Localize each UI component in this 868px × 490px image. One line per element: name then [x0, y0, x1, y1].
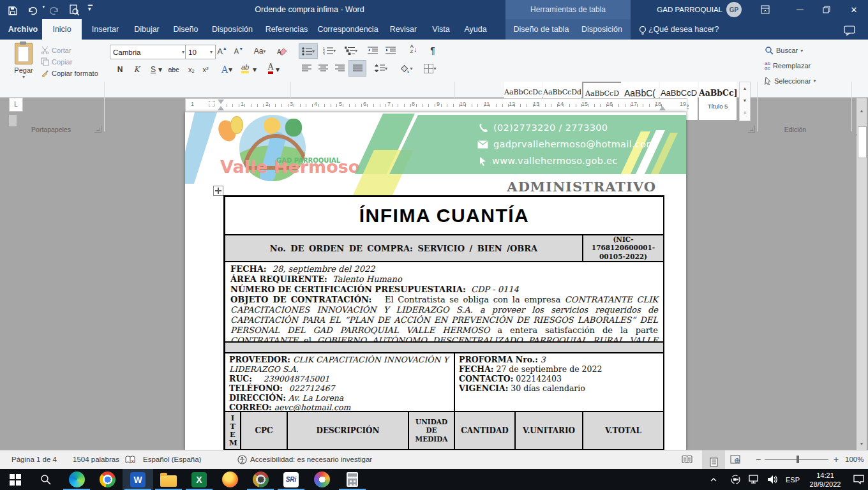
justify-button[interactable]	[348, 60, 366, 77]
table-column-marker[interactable]	[209, 101, 215, 107]
tab-ayuda[interactable]: Ayuda	[460, 19, 491, 40]
line-spacing-button[interactable]: ▾	[371, 61, 391, 75]
accessibility-status[interactable]: Accesibilidad: es necesario investigar	[250, 450, 372, 469]
taskbar-search[interactable]	[31, 469, 61, 490]
highlight-button[interactable]: ab	[237, 61, 253, 75]
horizontal-ruler[interactable]: 1 1 2 3 4 5 6 7 8 9 10 11 12 13 14 15 16…	[185, 98, 687, 112]
paste-button[interactable]: Pegar ▾	[9, 43, 38, 80]
print-preview-icon[interactable]	[69, 4, 80, 16]
zoom-in-button[interactable]: +	[834, 450, 839, 469]
highlight-chevron[interactable]: ▾	[251, 63, 258, 77]
bold-button[interactable]: N	[112, 63, 128, 77]
taskbar-edge[interactable]	[61, 469, 92, 490]
format-painter-button[interactable]: Copiar formato	[41, 69, 98, 77]
zoom-out-button[interactable]: −	[756, 450, 761, 469]
restore-button[interactable]	[813, 0, 840, 19]
tab-archivo[interactable]: Archivo	[8, 19, 38, 40]
grow-font-button[interactable]: A▲	[214, 44, 230, 58]
clipboard-dialog-launcher[interactable]	[94, 126, 101, 133]
font-name-combobox[interactable]: Cambria▾	[110, 45, 188, 59]
tab-diseno-de-tabla[interactable]: Diseño de tabla	[508, 19, 574, 40]
numbering-button[interactable]: 123▾	[320, 43, 338, 57]
zoom-slider-thumb[interactable]	[797, 456, 799, 463]
taskbar-word[interactable]: W	[123, 469, 153, 490]
ribbon-display-options-icon[interactable]	[752, 0, 779, 19]
vertical-scrollbar[interactable]: ▲ ▼	[857, 98, 867, 450]
taskbar-sri[interactable]: SRi	[276, 469, 306, 490]
tray-network-icon[interactable]	[745, 469, 763, 490]
copy-button[interactable]: Copiar	[41, 57, 72, 66]
web-layout-icon[interactable]	[730, 455, 740, 465]
close-button[interactable]: ✕	[840, 0, 868, 19]
cut-button[interactable]: Cortar	[41, 46, 71, 54]
taskbar-paint[interactable]	[306, 469, 337, 490]
taskbar-calculator[interactable]	[337, 469, 368, 490]
read-mode-icon[interactable]	[682, 455, 692, 465]
pilcrow-button[interactable]: ¶	[425, 43, 440, 57]
clear-formatting-button[interactable]: A	[274, 44, 290, 58]
first-line-indent-marker[interactable]	[218, 100, 224, 104]
multilevel-list-button[interactable]: ▾	[342, 43, 360, 57]
font-color-chevron[interactable]: ▾	[274, 63, 281, 77]
proofing-icon[interactable]: x	[125, 455, 135, 465]
taskbar-excel[interactable]: X	[184, 469, 214, 490]
tray-language[interactable]: ESP	[782, 469, 803, 490]
tray-volume-icon[interactable]	[763, 469, 781, 490]
tray-action-center-icon[interactable]	[849, 469, 868, 490]
replace-button[interactable]: abac Reemplazar	[765, 61, 811, 70]
taskbar-chrome[interactable]	[92, 469, 123, 490]
scroll-up-arrow[interactable]: ▲	[857, 108, 867, 113]
select-button[interactable]: Seleccionar▾	[765, 77, 816, 85]
tray-clock[interactable]: 14:21 28/9/2022	[803, 469, 848, 490]
page-indicator[interactable]: Página 1 de 4	[11, 450, 57, 469]
shrink-font-button[interactable]: A▼	[231, 44, 246, 58]
increase-indent-button[interactable]	[383, 43, 398, 57]
right-indent-marker[interactable]	[659, 106, 666, 110]
redo-icon[interactable]	[50, 4, 60, 16]
tab-stop-selector[interactable]: L	[9, 98, 23, 112]
sort-button[interactable]: AZ↓	[406, 42, 421, 56]
italic-button[interactable]: K	[129, 63, 144, 77]
styles-gallery-scroll[interactable]: ▲▼≡	[739, 82, 751, 121]
language-indicator[interactable]: Español (España)	[143, 450, 201, 469]
change-case-button[interactable]: Aa▾	[250, 44, 269, 58]
print-layout-icon[interactable]	[702, 450, 725, 469]
scroll-down-arrow[interactable]: ▼	[857, 442, 867, 446]
borders-button[interactable]: ▾	[420, 61, 440, 75]
styles-dialog-launcher[interactable]	[748, 126, 755, 133]
minimize-button[interactable]	[786, 0, 813, 19]
tab-dibujar[interactable]: Dibujar	[129, 19, 165, 40]
align-right-button[interactable]	[332, 61, 347, 75]
subscript-button[interactable]: x₂	[184, 63, 199, 77]
account-name[interactable]: GAD PARROQUIAL	[652, 0, 722, 19]
align-left-button[interactable]	[299, 61, 314, 75]
underline-chevron[interactable]: ▾	[157, 63, 163, 77]
decrease-indent-button[interactable]	[365, 43, 380, 57]
taskbar-chrome-profile[interactable]	[245, 469, 276, 490]
hanging-indent-marker[interactable]	[218, 106, 224, 110]
shading-button[interactable]: ▾	[397, 61, 416, 75]
font-size-combobox[interactable]: 10▾	[185, 45, 216, 59]
tray-meet-now-icon[interactable]	[726, 469, 744, 490]
tab-disposicion-tabla[interactable]: Disposición	[576, 19, 628, 40]
start-button[interactable]	[0, 469, 31, 490]
tab-disposicion[interactable]: Disposición	[207, 19, 258, 40]
tab-diseno[interactable]: Diseño	[168, 19, 203, 40]
taskbar-explorer[interactable]	[153, 469, 184, 490]
superscript-button[interactable]: x²	[198, 63, 213, 77]
align-center-button[interactable]	[315, 61, 331, 75]
tell-me-box[interactable]: ¿Qué desea hacer?	[648, 19, 731, 40]
tab-insertar[interactable]: Insertar	[86, 19, 125, 40]
avatar[interactable]: GP	[726, 2, 742, 17]
tab-revisar[interactable]: Revisar	[384, 19, 423, 40]
undo-icon[interactable]: ▾	[27, 4, 45, 16]
find-button[interactable]: Buscar▾	[765, 46, 803, 55]
tab-referencias[interactable]: Referencias	[262, 19, 311, 40]
qat-customize-icon[interactable]: ▔▾	[88, 5, 93, 18]
tab-vista[interactable]: Vista	[426, 19, 456, 40]
table-move-handle-icon[interactable]	[213, 186, 223, 196]
tray-show-hidden-icons[interactable]	[705, 469, 722, 490]
tab-correspondencia[interactable]: Correspondencia	[315, 19, 380, 40]
tab-inicio[interactable]: Inicio	[42, 19, 82, 40]
strikethrough-button[interactable]: abc	[166, 63, 181, 77]
